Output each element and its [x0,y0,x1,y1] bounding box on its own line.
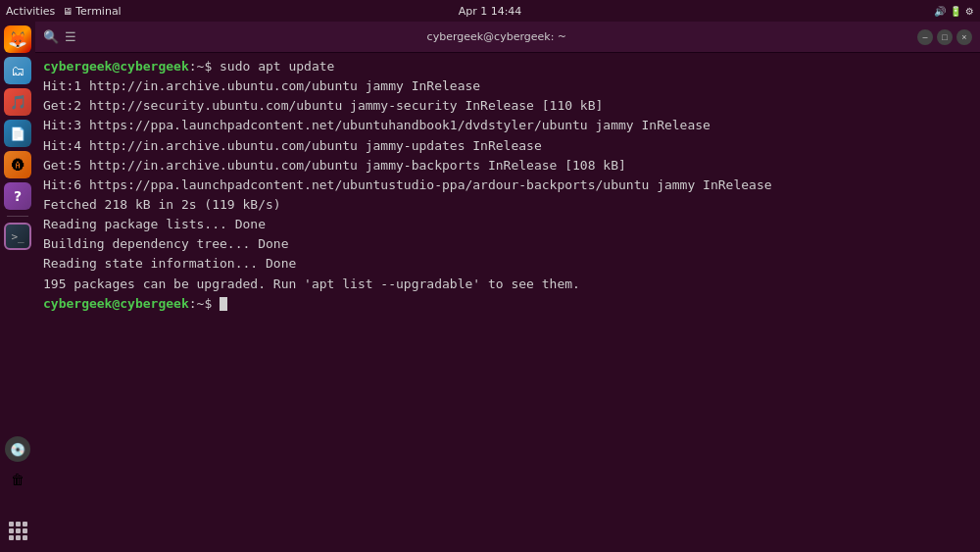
terminal-line-8: Fetched 218 kB in 2s (119 kB/s) [43,195,972,215]
activities-button[interactable]: Activities [6,5,55,18]
terminal-line-6: Get:5 http://in.archive.ubuntu.com/ubunt… [43,156,972,176]
topbar-terminal: 🖥 Terminal [63,5,122,18]
search-icon[interactable]: 🔍 [43,29,59,44]
topbar-right: 🔊 🔋 ⚙ [934,6,974,17]
sidebar-item-software[interactable]: 🅐 [4,151,31,178]
dock-divider [7,216,28,217]
close-button[interactable]: × [956,29,972,45]
maximize-button[interactable]: □ [937,29,953,45]
sidebar-item-terminal[interactable]: >_ [4,223,31,250]
sidebar-dock: 🦊 🗂 🎵 📄 🅐 ? >_ 💿 🗑 [0,22,35,552]
terminal-line-7: Hit:6 https://ppa.launchpadcontent.net/u… [43,176,972,195]
minimize-button[interactable]: – [917,29,933,45]
window-titlebar: 🔍 ☰ cybergeek@cybergeek: ~ – □ × [35,22,980,53]
terminal-line-1: cybergeek@cybergeek:~$ sudo apt update [43,57,972,76]
sidebar-item-music[interactable]: 🎵 [4,88,31,116]
toolbar-icons: 🔍 ☰ [43,29,76,44]
network-icon[interactable]: 🔊 [934,6,946,17]
battery-icon[interactable]: 🔋 [950,6,961,17]
sidebar-item-trash[interactable]: 🗑 [4,466,31,493]
topbar-left: Activities 🖥 Terminal [6,5,122,18]
terminal-line-10: Building dependency tree... Done [43,234,972,254]
topbar: Activities 🖥 Terminal Apr 1 14:44 🔊 🔋 ⚙ [0,0,980,22]
terminal-line-9: Reading package lists... Done [43,215,972,234]
terminal-prompt-line: cybergeek@cybergeek:~$ [43,294,972,314]
sidebar-item-help[interactable]: ? [4,182,31,210]
dock-bottom: 💿 🗑 [4,436,31,552]
window-controls-left: 🔍 ☰ [43,29,76,44]
sidebar-item-doc[interactable]: 📄 [4,120,31,147]
window-controls: – □ × [917,29,972,45]
sidebar-item-firefox[interactable]: 🦊 [4,25,31,53]
sidebar-item-disc[interactable]: 💿 [5,436,30,462]
topbar-datetime: Apr 1 14:44 [459,5,522,18]
terminal-line-2: Hit:1 http://in.archive.ubuntu.com/ubunt… [43,76,972,96]
main-layout: 🦊 🗂 🎵 📄 🅐 ? >_ 💿 🗑 [0,22,980,552]
terminal-line-3: Get:2 http://security.ubuntu.com/ubuntu … [43,96,972,116]
menu-icon[interactable]: ☰ [65,29,76,44]
terminal-content[interactable]: cybergeek@cybergeek:~$ sudo apt update H… [35,53,980,552]
terminal-window: 🔍 ☰ cybergeek@cybergeek: ~ – □ × cyberge… [35,22,980,552]
terminal-line-5: Hit:4 http://in.archive.ubuntu.com/ubunt… [43,136,972,156]
prompt-user: cybergeek@cybergeek [43,59,189,74]
window-title: cybergeek@cybergeek: ~ [76,30,917,43]
settings-icon[interactable]: ⚙ [965,6,974,17]
sidebar-item-files[interactable]: 🗂 [4,57,31,84]
app-grid-button[interactable] [4,517,31,544]
terminal-line-12: 195 packages can be upgraded. Run 'apt l… [43,275,972,294]
terminal-line-11: Reading state information... Done [43,254,972,274]
terminal-line-4: Hit:3 https://ppa.launchpadcontent.net/u… [43,116,972,135]
cursor [220,297,227,311]
